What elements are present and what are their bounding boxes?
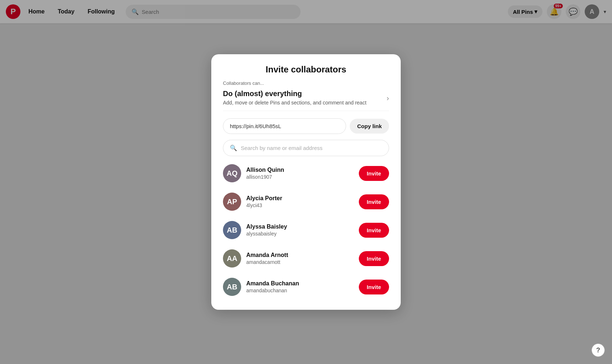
user-name-0: Allison Quinn [246,167,354,173]
url-row: Copy link [223,118,389,134]
user-handle-2: alyssabaisley [246,231,354,237]
collaborator-search-input[interactable] [241,145,382,151]
user-name-2: Alyssa Baisley [246,223,354,230]
modal-header: Invite collaborators [211,54,401,80]
permission-row[interactable]: Do (almost) everything Add, move or dele… [223,88,389,111]
invite-button-3[interactable]: Invite [359,251,389,266]
invite-button-2[interactable]: Invite [359,223,389,238]
user-info-0: Allison Quinn allison1907 [246,167,354,180]
invite-button-1[interactable]: Invite [359,194,389,209]
user-handle-4: amandabuchanan [246,288,354,293]
user-name-4: Amanda Buchanan [246,280,354,287]
user-name-3: Amanda Arnott [246,252,354,258]
user-avatar-3: AA [223,249,241,268]
copy-link-button[interactable]: Copy link [350,119,389,134]
user-list: AQ Allison Quinn allison1907 Invite AP A… [223,159,389,301]
permission-title: Do (almost) everything [223,90,366,98]
search-row: 🔍 [223,140,389,156]
user-row: AP Alycia Porter 4lyci43 Invite [223,187,389,216]
user-handle-0: allison1907 [246,174,354,180]
invite-collaborators-modal: Invite collaborators Collaborators can..… [211,54,401,310]
invite-button-4[interactable]: Invite [359,280,389,294]
user-name-1: Alycia Porter [246,195,354,202]
user-row: AB Amanda Buchanan amandabuchanan Invite [223,273,389,301]
user-avatar-2: AB [223,221,241,239]
user-row: AB Alyssa Baisley alyssabaisley Invite [223,216,389,244]
modal-title: Invite collaborators [223,64,389,75]
user-info-3: Amanda Arnott amandacarnott [246,252,354,265]
modal-overlay[interactable]: Invite collaborators Collaborators can..… [0,0,612,364]
chevron-right-icon: › [387,94,389,102]
user-row: AQ Allison Quinn allison1907 Invite [223,159,389,187]
user-avatar-1: AP [223,193,241,211]
user-avatar-4: AB [223,278,241,296]
collaborators-label: Collaborators can... [223,80,389,86]
user-handle-3: amandacarnott [246,259,354,265]
help-button[interactable]: ? [592,344,605,357]
modal-body: Collaborators can... Do (almost) everyth… [211,80,401,310]
permission-desc: Add, move or delete Pins and sections, a… [223,99,366,107]
user-info-2: Alyssa Baisley alyssabaisley [246,223,354,237]
permission-info: Do (almost) everything Add, move or dele… [223,90,366,107]
invite-url-input[interactable] [223,118,346,134]
invite-button-0[interactable]: Invite [359,166,389,181]
search-icon: 🔍 [230,145,237,151]
user-row: AA Amanda Arnott amandacarnott Invite [223,244,389,273]
user-info-1: Alycia Porter 4lyci43 [246,195,354,208]
user-handle-1: 4lyci43 [246,202,354,208]
user-info-4: Amanda Buchanan amandabuchanan [246,280,354,293]
user-avatar-0: AQ [223,164,241,182]
